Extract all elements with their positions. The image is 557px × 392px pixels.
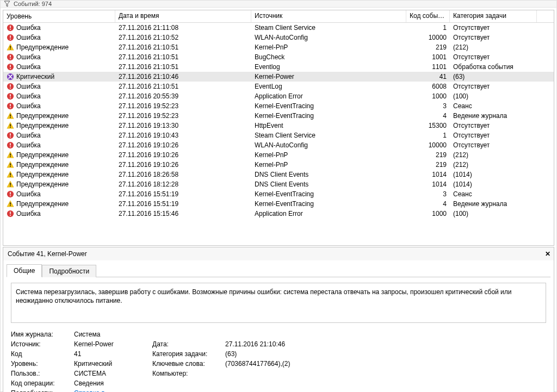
row-level-text: Предупреждение <box>16 200 69 208</box>
table-row[interactable]: Ошибка27.11.2016 21:10:52WLAN-AutoConfig… <box>3 33 554 42</box>
svg-rect-17 <box>10 84 11 87</box>
row-level-text: Ошибка <box>16 34 41 41</box>
svg-point-43 <box>10 195 11 196</box>
row-source: WLAN-AutoConfig <box>251 32 406 43</box>
table-row[interactable]: Предупреждение27.11.2016 18:12:28DNS Cli… <box>3 179 554 189</box>
row-id: 219 <box>406 42 450 53</box>
row-level-text: Ошибка <box>16 210 41 217</box>
svg-point-25 <box>10 117 11 118</box>
table-row[interactable]: Ошибка27.11.2016 19:10:43Steam Client Se… <box>3 130 554 140</box>
table-row[interactable]: Предупреждение27.11.2016 19:13:30HttpEve… <box>3 121 554 130</box>
row-id: 3 <box>406 189 450 200</box>
warning-icon <box>7 171 14 178</box>
table-row[interactable]: Критический27.11.2016 21:10:46Kernel-Pow… <box>3 72 554 82</box>
row-category: Отсутствует <box>450 140 537 151</box>
row-source: Kernel-EventTracing <box>251 189 406 200</box>
event-description: Система перезагрузилась, завершив работу… <box>11 283 546 323</box>
filter-bar: Событий: 974 <box>1 1 556 8</box>
svg-point-41 <box>10 185 11 186</box>
svg-point-16 <box>10 88 11 89</box>
row-category: (212) <box>450 159 537 170</box>
svg-rect-30 <box>10 133 11 136</box>
row-category: Отсутствует <box>450 52 537 63</box>
svg-rect-5 <box>10 35 11 38</box>
row-id: 15300 <box>406 120 450 131</box>
event-grid: Уровень Дата и время Источник Код событи… <box>3 10 554 246</box>
detail-tabs: Общие Подробности <box>3 260 554 277</box>
svg-point-46 <box>10 205 11 206</box>
table-row[interactable]: Ошибка27.11.2016 20:55:39Application Err… <box>3 91 554 101</box>
svg-rect-45 <box>10 202 10 204</box>
tab-details[interactable]: Подробности <box>42 265 96 277</box>
error-icon <box>7 210 14 217</box>
row-category: Отсутствует <box>450 32 537 43</box>
row-category: Сеанс <box>450 101 537 111</box>
table-row[interactable]: Ошибка27.11.2016 19:52:23Kernel-EventTra… <box>3 101 554 111</box>
lbl-level: Уровень: <box>11 360 72 368</box>
row-date: 27.11.2016 19:52:23 <box>115 110 251 121</box>
row-category: (100) <box>450 91 537 102</box>
svg-rect-34 <box>10 153 10 155</box>
row-category: Ведение журнала <box>450 198 537 209</box>
row-level-text: Ошибка <box>16 83 41 90</box>
lbl-date: Дата: <box>152 340 223 348</box>
table-row[interactable]: Предупреждение27.11.2016 15:51:19Kernel-… <box>3 199 554 209</box>
col-header-level[interactable]: Уровень <box>3 10 115 22</box>
table-row[interactable]: Ошибка27.11.2016 15:15:46Application Err… <box>3 209 554 219</box>
svg-rect-49 <box>10 211 11 214</box>
table-row[interactable]: Ошибка27.11.2016 21:10:51BugCheck1001Отс… <box>3 52 554 62</box>
row-id: 1000 <box>406 91 450 102</box>
col-header-category[interactable]: Категория задачи <box>450 10 537 22</box>
svg-point-9 <box>10 58 11 59</box>
val-moreinfo: Справка в <box>74 389 150 392</box>
table-row[interactable]: Предупреждение27.11.2016 19:10:26Kernel-… <box>3 150 554 160</box>
svg-point-37 <box>10 166 11 167</box>
tab-general[interactable]: Общие <box>7 264 42 277</box>
error-icon <box>7 53 14 61</box>
row-category: (100) <box>450 208 537 219</box>
table-row[interactable]: Предупреждение27.11.2016 19:52:23Kernel-… <box>3 111 554 121</box>
svg-point-12 <box>10 68 11 69</box>
row-date: 27.11.2016 19:10:43 <box>115 130 251 141</box>
table-row[interactable]: Ошибка27.11.2016 19:10:26WLAN-AutoConfig… <box>3 140 554 150</box>
row-date: 27.11.2016 18:26:58 <box>115 169 251 180</box>
row-category: (212) <box>450 42 537 53</box>
svg-rect-13 <box>10 65 11 67</box>
table-row[interactable]: Предупреждение27.11.2016 21:10:51Kernel-… <box>3 42 554 52</box>
svg-point-1 <box>10 29 11 30</box>
row-id: 219 <box>406 150 450 160</box>
row-id: 1000 <box>406 208 450 219</box>
help-link[interactable]: Справка в <box>74 389 105 392</box>
warning-icon <box>7 200 14 208</box>
row-date: 27.11.2016 21:10:51 <box>115 61 251 72</box>
error-icon <box>7 141 14 149</box>
table-row[interactable]: Ошибка27.11.2016 21:10:51EventLog6008Отс… <box>3 82 554 91</box>
row-category: (63) <box>450 71 537 82</box>
row-date: 27.11.2016 21:10:51 <box>115 42 251 53</box>
detail-title-bar: Событие 41, Kernel-Power ✕ <box>3 247 554 260</box>
row-date: 27.11.2016 19:13:30 <box>115 120 251 131</box>
col-header-id[interactable]: Код события <box>406 10 450 22</box>
row-level-text: Предупреждение <box>16 43 69 51</box>
row-date: 27.11.2016 18:12:28 <box>115 179 251 190</box>
table-row[interactable]: Предупреждение27.11.2016 18:26:58DNS Cli… <box>3 170 554 179</box>
val-opcode: Сведения <box>74 379 150 387</box>
row-id: 6008 <box>406 81 450 92</box>
close-icon[interactable]: ✕ <box>544 250 552 258</box>
row-date: 27.11.2016 20:55:39 <box>115 91 251 102</box>
svg-rect-23 <box>10 104 11 107</box>
table-row[interactable]: Предупреждение27.11.2016 19:10:26Kernel-… <box>3 160 554 170</box>
row-level-text: Ошибка <box>16 141 41 149</box>
grid-body[interactable]: Ошибка27.11.2016 21:11:08Steam Client Se… <box>3 23 554 245</box>
svg-rect-2 <box>10 26 11 28</box>
lbl-moreinfo: Подробности: <box>11 389 72 392</box>
warning-icon <box>7 122 14 129</box>
table-row[interactable]: Ошибка27.11.2016 21:10:51Eventlog1101Обр… <box>3 62 554 72</box>
row-id: 41 <box>406 71 450 82</box>
col-header-source[interactable]: Источник <box>251 10 406 22</box>
col-header-date[interactable]: Дата и время <box>115 10 251 22</box>
table-row[interactable]: Ошибка27.11.2016 21:11:08Steam Client Se… <box>3 23 554 33</box>
svg-point-48 <box>10 215 11 216</box>
table-row[interactable]: Ошибка27.11.2016 15:51:19Kernel-EventTra… <box>3 189 554 199</box>
svg-rect-20 <box>10 94 11 97</box>
